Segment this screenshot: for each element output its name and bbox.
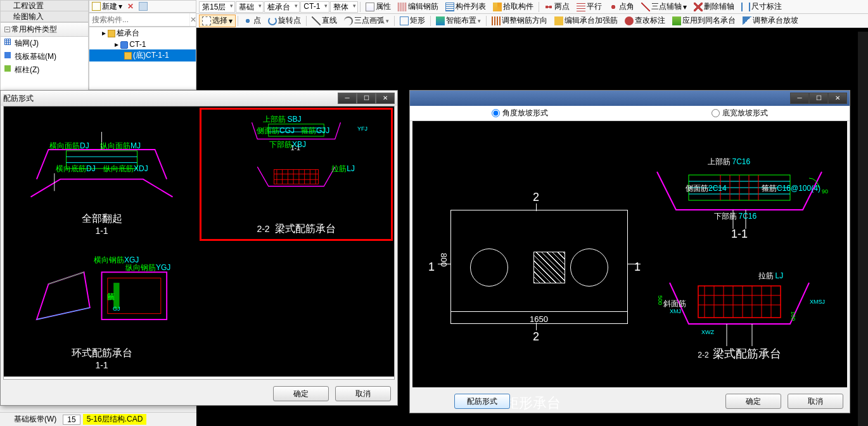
two-point-button[interactable]: 两点 [541,1,573,13]
edit-rebar-button[interactable]: 编辑钢筋 [395,1,442,13]
point-button[interactable]: 点 [240,15,264,27]
category-dropdown[interactable]: 基础 [236,1,264,13]
rect-button[interactable]: 矩形 [397,15,428,27]
sec2-label: 2-2 [698,351,708,359]
whole-dropdown[interactable]: 整体 [330,1,358,13]
diagram-allup: 横向面筋DJ 纵向面筋MJ 横向底筋DJ 纵向底筋XDJ [11,114,192,203]
line-button[interactable]: 直线 [309,15,340,27]
separator [306,16,307,26]
rect-icon [400,16,409,25]
dimension-button[interactable]: 尺寸标注 [738,1,785,13]
dialog2-close-button[interactable]: ✕ [828,93,847,104]
dialog1-cancel-button[interactable]: 取消 [335,386,391,401]
component-tree[interactable]: ▸ 桩承台 ▸ CT-1 (底)CT-1-1 [89,27,196,90]
tree-node-ct11-selected[interactable]: (底)CT-1-1 [89,49,196,61]
bottom-cad-file[interactable]: 5-16层结构.CAD [83,414,147,425]
cell1-sub: 1-1 [95,226,108,236]
radio-angle-slope[interactable]: 角度放坡形式 [492,108,548,119]
rotate-icon [268,16,277,25]
rebar-option-ring[interactable]: 横向钢筋XGJ 纵向钢筋YGJ 箍筋 GJ 环式配筋承台 1-1 [5,242,198,375]
tab-project-settings[interactable]: 工程设置 [1,1,88,11]
select-button[interactable]: 选择 ▾ [199,15,236,27]
floor-dropdown[interactable]: 第15层 [199,1,235,13]
svg-line-21 [37,307,90,320]
dialog2-maximize-button[interactable]: ☐ [809,93,828,104]
adjust-icon [492,16,501,25]
radio-width-slope[interactable]: 底宽放坡形式 [712,108,768,119]
dim-top-2: 2 [533,191,539,204]
rebar-option-beam[interactable]: 1-1 上部筋 SBJ 侧面筋CGJ [200,108,393,241]
rebar-option-empty [200,242,393,375]
sidebar-item-column[interactable]: 框柱(Z) [1,63,88,77]
diagram-ring: 横向钢筋XGJ 纵向钢筋YGJ 箍筋 GJ [11,248,192,337]
dialog1-titlebar[interactable]: 配筋形式 ─ ☐ ✕ [1,91,397,106]
pile-circle-1 [470,248,508,287]
point-angle-button[interactable]: 点角 [606,1,637,13]
edit-cap-rebar-button[interactable]: 编辑承台加强筋 [551,15,621,27]
copy-icon [139,2,148,11]
tree-node-root[interactable]: ▸ 桩承台 [89,27,196,39]
rebar-form-button[interactable]: 配筋形式 [454,394,510,409]
tab-draw-input[interactable]: 绘图输入 [1,11,88,22]
new-button[interactable]: 新建 ▾ [89,1,125,12]
delete-button[interactable]: ✕ [125,2,136,11]
separator [394,16,395,26]
cell2-label: 梁式配筋承台 [275,223,336,236]
dialog1-minimize-button[interactable]: ─ [338,93,357,104]
dialog1-ok-button[interactable]: 确定 [273,386,329,401]
properties-button[interactable]: 属性 [362,1,394,13]
sidebar-item-raft[interactable]: 筏板基础(M) [1,50,88,63]
top-left-tabs: 工程设置 绘图输入 [0,0,89,22]
main-toolbar-2: 选择 ▾ 点 旋转点 直线 三点画弧 矩形 智能布置 调整钢筋方向 编辑承台加强… [196,14,868,28]
bottom-floor-num[interactable]: 15 [63,415,80,425]
adjust-slope-button[interactable]: 调整承台放坡 [739,15,801,27]
dialog1-title: 配筋形式 [3,93,34,104]
rotate-point-button[interactable]: 旋转点 [265,15,304,27]
section-2-2: 拉筋 LJ 斜面筋 XMJ XMSJ XWZ 500 100 2-2 梁式配筋承… [651,273,828,362]
collapse-icon[interactable]: − [4,27,10,32]
dialog1-maximize-button[interactable]: ☐ [357,93,376,104]
tree-node-ct1[interactable]: ▸ CT-1 [89,39,196,49]
pick-component-button[interactable]: 拾取构件 [490,1,537,13]
arc-button[interactable]: 三点画弧 [341,15,392,27]
dialog2-cancel-button[interactable]: 取消 [788,394,843,409]
edit-cap-icon [554,16,563,25]
sidebar-header[interactable]: − 常用构件类型 [1,23,88,37]
dim-bot-2: 2 [533,330,539,344]
smart-layout-button[interactable]: 智能布置 [433,15,484,27]
copy-button[interactable] [136,2,150,11]
dialog2-ok-button[interactable]: 确定 [725,394,781,409]
check-icon [625,16,634,25]
three-point-button[interactable]: 三点辅轴 ▾ [638,1,690,13]
cell1-label: 全部翻起 [82,212,122,226]
sidebar-item-axis[interactable]: 轴网(J) [1,37,88,50]
rebar-option-allup[interactable]: 横向面筋DJ 纵向面筋MJ 横向底筋DJ 纵向底筋XDJ 全部翻起 1-1 [5,108,198,241]
svg-rect-37 [698,286,781,318]
item-icon [124,52,132,60]
parallel-icon [577,3,585,11]
apply-same-cap-button[interactable]: 应用到同名承台 [669,15,739,27]
dialog2-titlebar[interactable]: ─ ☐ ✕ [410,91,850,106]
slope-radio-row: 角度放坡形式 底宽放坡形式 [410,106,850,121]
canvas-ruler [858,32,868,426]
search-clear-button[interactable]: ✕ [189,13,196,26]
search-input[interactable] [89,13,189,26]
separator [539,2,539,12]
dialog1-close-button[interactable]: ✕ [376,93,395,104]
delete-aux-button[interactable]: 删除辅轴 [691,1,737,13]
subcategory-dropdown[interactable]: 桩承台 [264,1,300,13]
dialog2-minimize-button[interactable]: ─ [790,93,809,104]
parallel-button[interactable]: 平行 [573,1,605,13]
svg-line-22 [49,272,84,284]
item-dropdown[interactable]: CT-1 [300,1,329,13]
dim-height: 800 [439,253,449,267]
arc-icon [344,16,353,25]
new-toolbar: 新建 ▾ ✕ [89,0,196,13]
adjust-rebar-dir-button[interactable]: 调整钢筋方向 [488,15,551,27]
bottom-item[interactable]: 基础板带(W) [0,414,60,425]
check-annotation-button[interactable]: 查改标注 [622,15,668,27]
point-angle-icon [609,3,618,11]
slope-icon [743,16,751,25]
bottom-strip: 基础板带(W) 15 5-16层结构.CAD [0,412,196,426]
component-list-button[interactable]: 构件列表 [442,1,489,13]
